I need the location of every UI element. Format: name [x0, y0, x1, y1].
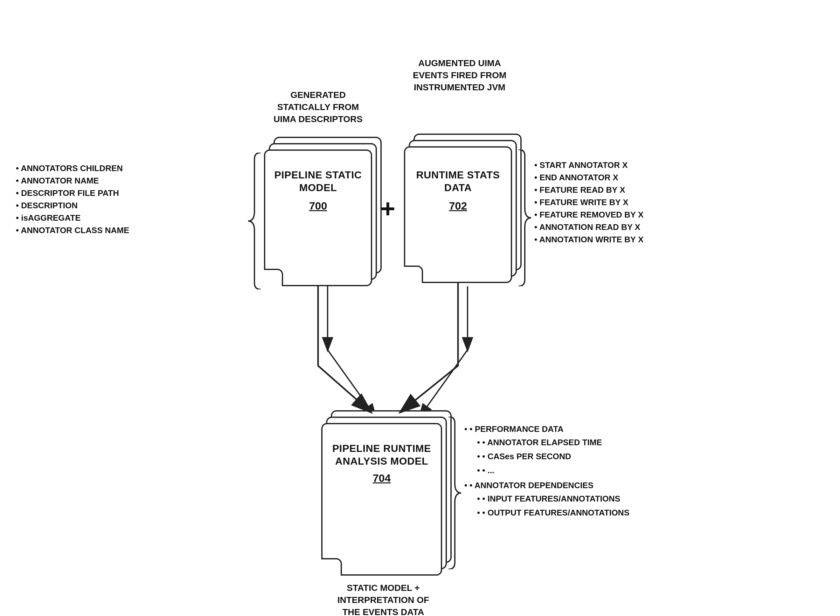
diagram-container: PIPELINE STATIC MODEL 700 RUNTIME STATS …	[0, 0, 840, 616]
svg-line-3	[328, 350, 375, 417]
analysis-label: PIPELINE RUNTIME ANALYSIS MODEL 704	[321, 442, 442, 484]
left-brace-svg	[197, 153, 267, 289]
right-bottom-bullets: • PERFORMANCE DATA • ANNOTATOR ELAPSED T…	[465, 423, 629, 520]
plus-sign: +	[380, 194, 395, 223]
analysis-caption: STATIC MODEL +INTERPRETATION OFTHE EVENT…	[318, 582, 449, 616]
right-top-bullets: START ANNOTATOR X END ANNOTATOR X FEATUR…	[534, 159, 644, 246]
runtime-stats-caption: AUGMENTED UIMAEVENTS FIRED FROMINSTRUMEN…	[396, 57, 523, 93]
static-model-caption: GENERATEDSTATICALLY FROMUIMA DESCRIPTORS	[261, 89, 375, 125]
runtime-stats-page1	[404, 146, 512, 283]
runtime-stats-corner	[404, 265, 423, 283]
runtime-stats-label: RUNTIME STATS DATA 702	[404, 169, 512, 212]
analysis-corner	[321, 558, 342, 576]
svg-line-4	[420, 350, 468, 417]
static-model-label: PIPELINE STATIC MODEL 700	[264, 169, 372, 212]
left-bullets: ANNOTATORS CHILDREN ANNOTATOR NAME DESCR…	[16, 162, 129, 237]
